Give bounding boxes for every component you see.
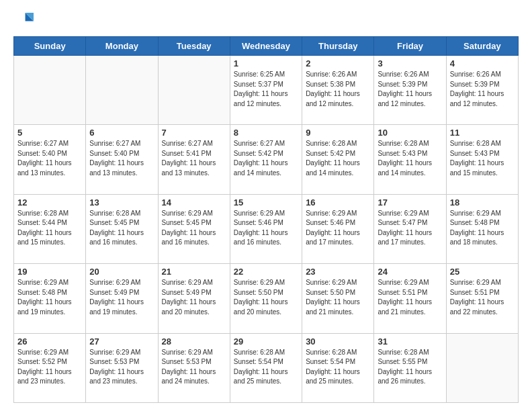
calendar-day-cell: 10Sunrise: 6:28 AMSunset: 5:43 PMDayligh…	[374, 125, 446, 194]
day-number: 17	[378, 197, 442, 208]
day-number: 26	[17, 336, 82, 347]
calendar-day-cell: 2Sunrise: 6:26 AMSunset: 5:38 PMDaylight…	[302, 56, 374, 125]
day-number: 1	[234, 58, 298, 68]
calendar-day-cell: 29Sunrise: 6:28 AMSunset: 5:54 PMDayligh…	[230, 333, 302, 402]
day-info: Sunrise: 6:29 AMSunset: 5:47 PMDaylight:…	[378, 209, 442, 248]
day-number: 21	[162, 267, 226, 277]
day-info: Sunrise: 6:26 AMSunset: 5:39 PMDaylight:…	[450, 70, 515, 109]
day-number: 10	[378, 128, 442, 138]
day-info: Sunrise: 6:28 AMSunset: 5:42 PMDaylight:…	[306, 139, 370, 178]
day-number: 3	[378, 58, 442, 68]
calendar-day-cell: 13Sunrise: 6:28 AMSunset: 5:45 PMDayligh…	[86, 194, 158, 263]
calendar-day-cell: 25Sunrise: 6:29 AMSunset: 5:51 PMDayligh…	[446, 264, 518, 333]
calendar-day-cell: 15Sunrise: 6:29 AMSunset: 5:46 PMDayligh…	[230, 194, 302, 263]
day-number: 6	[89, 128, 154, 138]
calendar-day-cell: 23Sunrise: 6:29 AMSunset: 5:50 PMDayligh…	[302, 264, 374, 333]
day-info: Sunrise: 6:29 AMSunset: 5:45 PMDaylight:…	[162, 209, 226, 248]
calendar-day-cell: 9Sunrise: 6:28 AMSunset: 5:42 PMDaylight…	[302, 125, 374, 194]
day-number: 30	[306, 336, 370, 347]
day-info: Sunrise: 6:28 AMSunset: 5:45 PMDaylight:…	[89, 209, 154, 248]
day-info: Sunrise: 6:28 AMSunset: 5:55 PMDaylight:…	[378, 348, 442, 387]
calendar-day-cell: 6Sunrise: 6:27 AMSunset: 5:40 PMDaylight…	[86, 125, 158, 194]
day-number: 7	[162, 128, 226, 138]
day-number: 11	[450, 128, 515, 138]
calendar-day-cell: 5Sunrise: 6:27 AMSunset: 5:40 PMDaylight…	[14, 125, 86, 194]
day-info: Sunrise: 6:28 AMSunset: 5:54 PMDaylight:…	[306, 348, 370, 387]
day-info: Sunrise: 6:29 AMSunset: 5:48 PMDaylight:…	[450, 209, 515, 248]
calendar-day-cell: 30Sunrise: 6:28 AMSunset: 5:54 PMDayligh…	[302, 333, 374, 402]
calendar-day-cell: 12Sunrise: 6:28 AMSunset: 5:44 PMDayligh…	[14, 194, 86, 263]
calendar-day-cell	[86, 56, 158, 125]
calendar-day-cell: 22Sunrise: 6:29 AMSunset: 5:50 PMDayligh…	[230, 264, 302, 333]
day-number: 23	[306, 267, 370, 277]
calendar-day-header: Sunday	[14, 37, 86, 56]
calendar-day-cell: 3Sunrise: 6:26 AMSunset: 5:39 PMDaylight…	[374, 56, 446, 125]
calendar-day-header: Saturday	[446, 37, 518, 56]
day-number: 9	[306, 128, 370, 138]
day-info: Sunrise: 6:29 AMSunset: 5:46 PMDaylight:…	[234, 209, 298, 248]
calendar-day-cell: 27Sunrise: 6:29 AMSunset: 5:53 PMDayligh…	[86, 333, 158, 402]
calendar-week-row: 12Sunrise: 6:28 AMSunset: 5:44 PMDayligh…	[14, 194, 519, 263]
day-number: 22	[234, 267, 298, 277]
day-number: 14	[162, 197, 226, 208]
calendar-day-cell: 24Sunrise: 6:29 AMSunset: 5:51 PMDayligh…	[374, 264, 446, 333]
day-info: Sunrise: 6:29 AMSunset: 5:49 PMDaylight:…	[162, 278, 226, 317]
day-info: Sunrise: 6:26 AMSunset: 5:38 PMDaylight:…	[306, 70, 370, 109]
calendar-day-cell: 1Sunrise: 6:25 AMSunset: 5:37 PMDaylight…	[230, 56, 302, 125]
calendar-day-header: Friday	[374, 37, 446, 56]
calendar-table: SundayMondayTuesdayWednesdayThursdayFrid…	[13, 36, 519, 403]
calendar-day-cell: 16Sunrise: 6:29 AMSunset: 5:46 PMDayligh…	[302, 194, 374, 263]
day-info: Sunrise: 6:29 AMSunset: 5:53 PMDaylight:…	[162, 348, 226, 387]
day-info: Sunrise: 6:29 AMSunset: 5:46 PMDaylight:…	[306, 209, 370, 248]
calendar-day-cell	[446, 333, 518, 402]
day-number: 24	[378, 267, 442, 277]
calendar-header-row: SundayMondayTuesdayWednesdayThursdayFrid…	[14, 37, 519, 56]
page-header	[13, 11, 519, 30]
calendar-day-cell: 14Sunrise: 6:29 AMSunset: 5:45 PMDayligh…	[158, 194, 230, 263]
calendar-week-row: 19Sunrise: 6:29 AMSunset: 5:48 PMDayligh…	[14, 264, 519, 333]
day-info: Sunrise: 6:25 AMSunset: 5:37 PMDaylight:…	[234, 70, 298, 109]
day-number: 28	[162, 336, 226, 347]
day-number: 25	[450, 267, 515, 277]
day-number: 18	[450, 197, 515, 208]
day-info: Sunrise: 6:29 AMSunset: 5:48 PMDaylight:…	[17, 278, 82, 317]
calendar-day-header: Thursday	[302, 37, 374, 56]
day-info: Sunrise: 6:29 AMSunset: 5:53 PMDaylight:…	[89, 348, 154, 387]
day-number: 27	[89, 336, 154, 347]
day-info: Sunrise: 6:28 AMSunset: 5:44 PMDaylight:…	[17, 209, 82, 248]
day-number: 20	[89, 267, 154, 277]
calendar-week-row: 26Sunrise: 6:29 AMSunset: 5:52 PMDayligh…	[14, 333, 519, 402]
day-number: 4	[450, 58, 515, 68]
day-number: 13	[89, 197, 154, 208]
day-info: Sunrise: 6:27 AMSunset: 5:42 PMDaylight:…	[234, 139, 298, 178]
calendar-day-cell: 31Sunrise: 6:28 AMSunset: 5:55 PMDayligh…	[374, 333, 446, 402]
day-number: 16	[306, 197, 370, 208]
day-info: Sunrise: 6:29 AMSunset: 5:52 PMDaylight:…	[17, 348, 82, 387]
calendar-day-cell	[14, 56, 86, 125]
day-info: Sunrise: 6:28 AMSunset: 5:43 PMDaylight:…	[378, 139, 442, 178]
calendar-day-cell: 28Sunrise: 6:29 AMSunset: 5:53 PMDayligh…	[158, 333, 230, 402]
day-info: Sunrise: 6:27 AMSunset: 5:41 PMDaylight:…	[162, 139, 226, 178]
calendar-day-cell: 19Sunrise: 6:29 AMSunset: 5:48 PMDayligh…	[14, 264, 86, 333]
calendar-day-header: Tuesday	[158, 37, 230, 56]
day-info: Sunrise: 6:28 AMSunset: 5:43 PMDaylight:…	[450, 139, 515, 178]
day-number: 31	[378, 336, 442, 347]
calendar-day-cell: 21Sunrise: 6:29 AMSunset: 5:49 PMDayligh…	[158, 264, 230, 333]
calendar-day-cell: 18Sunrise: 6:29 AMSunset: 5:48 PMDayligh…	[446, 194, 518, 263]
day-number: 2	[306, 58, 370, 68]
calendar-day-header: Monday	[86, 37, 158, 56]
day-number: 29	[234, 336, 298, 347]
day-info: Sunrise: 6:29 AMSunset: 5:50 PMDaylight:…	[306, 278, 370, 317]
day-info: Sunrise: 6:29 AMSunset: 5:49 PMDaylight:…	[89, 278, 154, 317]
calendar-day-cell: 8Sunrise: 6:27 AMSunset: 5:42 PMDaylight…	[230, 125, 302, 194]
day-number: 5	[17, 128, 82, 138]
day-info: Sunrise: 6:29 AMSunset: 5:51 PMDaylight:…	[450, 278, 515, 317]
calendar-day-cell: 7Sunrise: 6:27 AMSunset: 5:41 PMDaylight…	[158, 125, 230, 194]
day-number: 15	[234, 197, 298, 208]
day-info: Sunrise: 6:29 AMSunset: 5:51 PMDaylight:…	[378, 278, 442, 317]
day-number: 19	[17, 267, 82, 277]
day-info: Sunrise: 6:26 AMSunset: 5:39 PMDaylight:…	[378, 70, 442, 109]
calendar-day-header: Wednesday	[230, 37, 302, 56]
calendar-day-cell: 4Sunrise: 6:26 AMSunset: 5:39 PMDaylight…	[446, 56, 518, 125]
calendar-week-row: 5Sunrise: 6:27 AMSunset: 5:40 PMDaylight…	[14, 125, 519, 194]
